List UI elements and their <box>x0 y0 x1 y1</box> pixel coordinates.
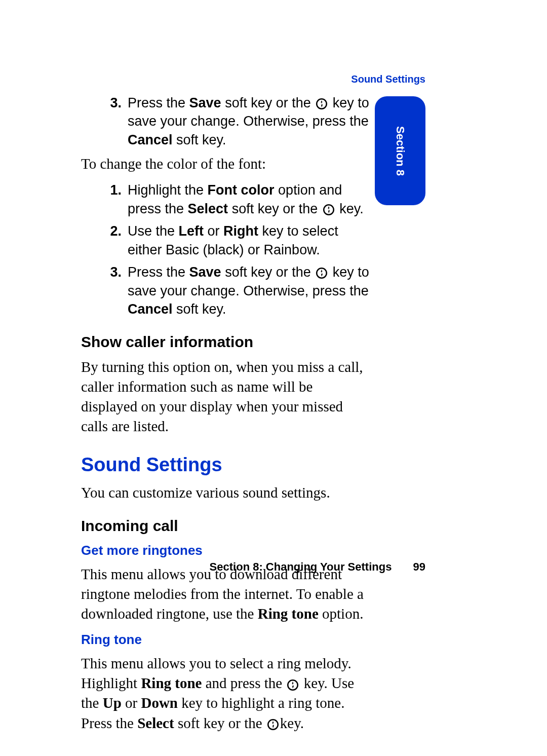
bold-text: Select <box>188 201 228 216</box>
bold-text: Save <box>189 95 221 110</box>
text: soft key or the <box>221 264 315 280</box>
ok-key-icon <box>267 719 279 731</box>
ring-tone-para: This menu allows you to select a ring me… <box>81 654 370 733</box>
page-number: 99 <box>413 560 425 574</box>
text: key. <box>336 201 364 216</box>
heading-show-caller: Show caller information <box>81 332 370 353</box>
list-number: 3. <box>81 263 128 318</box>
bold-text: Font color <box>208 182 275 198</box>
ok-key-icon <box>323 204 335 216</box>
heading-incoming-call: Incoming call <box>81 516 370 537</box>
list-item: 1. Highlight the Font color option and p… <box>81 181 370 218</box>
ok-key-icon <box>316 98 328 110</box>
bold-text: Save <box>189 264 221 280</box>
bold-text: Left <box>179 223 204 239</box>
text: soft key or the <box>228 201 322 216</box>
page: Sound Settings Section 8 3. Press the Sa… <box>0 0 547 756</box>
list-body: Press the Save soft key or the key to sa… <box>128 263 370 318</box>
font-color-intro: To change the color of the font: <box>81 154 370 174</box>
running-header-text: Sound Settings <box>351 73 425 85</box>
list-item: 3. Press the Save soft key or the key to… <box>81 263 370 318</box>
list-body: Highlight the Font color option and pres… <box>128 181 370 218</box>
bold-text: Select <box>137 715 174 731</box>
text: and press the <box>202 675 286 691</box>
section-tab: Section 8 <box>375 96 425 205</box>
text: or <box>204 223 223 239</box>
ok-key-icon <box>316 267 328 279</box>
bold-text: Ring tone <box>141 675 202 691</box>
text: soft key or the <box>221 95 315 110</box>
text: Highlight the <box>128 182 208 198</box>
ok-key-icon <box>287 679 299 691</box>
text: soft key. <box>173 132 226 147</box>
list-body: Use the Left or Right key to select eith… <box>128 222 370 259</box>
text: Press the <box>128 95 189 110</box>
show-caller-para: By turning this option on, when you miss… <box>81 357 370 437</box>
page-footer: Section 8: Changing Your Settings 99 <box>81 560 425 574</box>
bold-text: Ring tone <box>258 606 319 622</box>
list-number: 1. <box>81 181 128 218</box>
list-body: Press the Save soft key or the key to sa… <box>128 94 370 149</box>
list-number: 2. <box>81 222 128 259</box>
heading-sound-settings: Sound Settings <box>81 452 370 478</box>
bold-text: Cancel <box>128 301 173 317</box>
heading-ring-tone: Ring tone <box>81 631 370 649</box>
text: soft key. <box>173 301 226 317</box>
bold-text: Down <box>141 695 178 711</box>
sound-settings-intro: You can customize various sound settings… <box>81 483 370 503</box>
ordered-list-b: 1. Highlight the Font color option and p… <box>81 181 370 318</box>
text: Press the <box>128 264 189 280</box>
bold-text: Up <box>103 695 122 711</box>
text: Use the <box>128 223 179 239</box>
text: key. <box>280 715 304 731</box>
text: soft key or the <box>174 715 266 731</box>
ordered-list-a: 3. Press the Save soft key or the key to… <box>81 94 370 149</box>
bold-text: Right <box>223 223 258 239</box>
bold-text: Cancel <box>128 132 173 147</box>
running-header: Sound Settings <box>81 73 425 85</box>
list-item: 2. Use the Left or Right key to select e… <box>81 222 370 259</box>
text: option. <box>319 606 364 622</box>
footer-section-label: Section 8: Changing Your Settings <box>210 560 392 573</box>
section-tab-label: Section 8 <box>394 126 407 176</box>
list-item: 3. Press the Save soft key or the key to… <box>81 94 370 149</box>
body: 3. Press the Save soft key or the key to… <box>81 94 370 740</box>
list-number: 3. <box>81 94 128 149</box>
text: or <box>122 695 141 711</box>
heading-get-more-ringtones: Get more ringtones <box>81 542 370 559</box>
